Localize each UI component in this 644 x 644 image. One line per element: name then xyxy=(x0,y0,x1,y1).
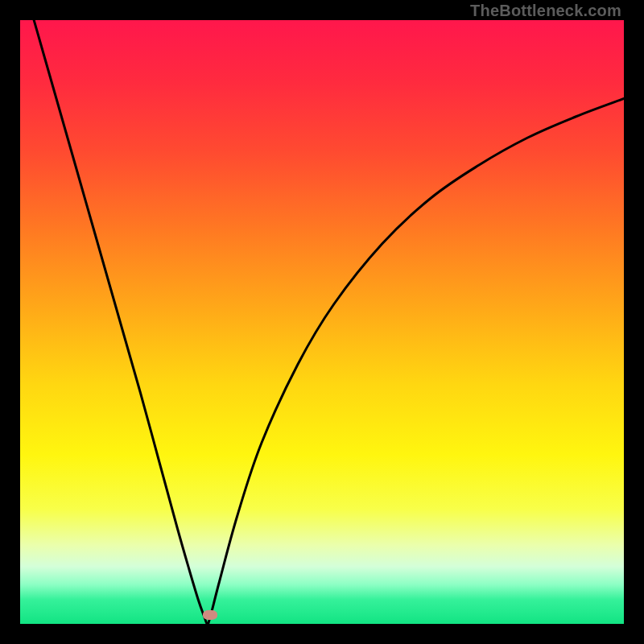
chart-frame xyxy=(20,20,624,624)
minimum-marker xyxy=(203,610,217,620)
watermark-text: TheBottleneck.com xyxy=(470,2,621,20)
bottleneck-plot xyxy=(20,20,624,624)
